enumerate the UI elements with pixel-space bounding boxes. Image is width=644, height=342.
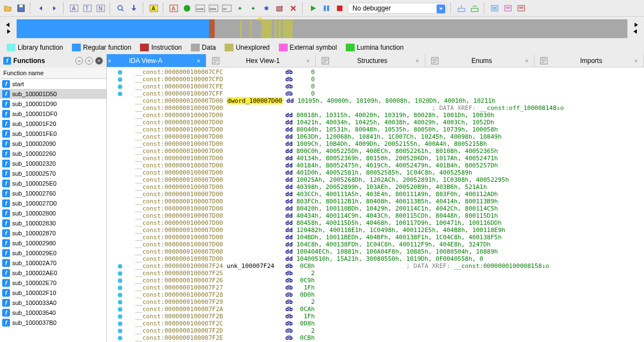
- text-n-icon[interactable]: N: [95, 3, 106, 14]
- function-item[interactable]: fsub_100001D90: [0, 99, 106, 109]
- disasm-line[interactable]: __const:0000000100007F27 db 1Fh: [118, 284, 644, 291]
- list2-icon[interactable]: [502, 3, 513, 14]
- disasm-line[interactable]: __const:0000000100007D00 dd 80040h, 1053…: [118, 126, 644, 133]
- nav-segment[interactable]: [215, 19, 240, 38]
- function-item[interactable]: fsub_1000027D0: [0, 198, 106, 208]
- function-item[interactable]: fsub_100003540: [0, 308, 106, 318]
- disasm-line[interactable]: __const:0000000100007D00 dword_100007D00…: [118, 97, 644, 104]
- nav-segment[interactable]: [293, 19, 627, 38]
- disasm-line[interactable]: __const:0000000100007F2A db 0CAh: [118, 306, 644, 313]
- function-item[interactable]: fsub_100002AE0: [0, 268, 106, 278]
- disasm-line[interactable]: __const:0000000100007F28 db 0D0h: [118, 291, 644, 298]
- disasm-line[interactable]: __const:0000000100007F24 unk_100007F24 d…: [118, 262, 644, 270]
- nav-overview-bar[interactable]: [17, 19, 627, 38]
- disasm-line[interactable]: __const:0000000100007D00 dd 10025Ah, 200…: [118, 176, 644, 183]
- nav-right-icon[interactable]: [4, 29, 12, 35]
- down-arrow-icon[interactable]: [128, 3, 139, 14]
- breakpoint-bullet[interactable]: [118, 264, 122, 269]
- function-item[interactable]: fsub_100002F10: [0, 288, 106, 298]
- function-item[interactable]: fsub_100002760: [0, 188, 106, 198]
- disasm-line[interactable]: __const:0000000100007CFE db 0: [118, 83, 644, 90]
- disasm-line[interactable]: __const:0000000100007CFC db 0: [118, 69, 644, 76]
- text-t-icon[interactable]: T: [82, 3, 93, 14]
- function-item[interactable]: fsub_100001F20: [0, 119, 106, 129]
- function-item[interactable]: fsub_100001D50: [0, 89, 106, 99]
- function-item[interactable]: fsub_100002800: [0, 208, 106, 218]
- open-icon[interactable]: [2, 3, 13, 14]
- tab[interactable]: Structures×: [316, 54, 425, 67]
- step-over-icon[interactable]: [469, 3, 480, 14]
- back-icon[interactable]: [35, 3, 46, 14]
- nav-segment[interactable]: [252, 19, 261, 38]
- breakpoint-bullet[interactable]: [118, 77, 122, 82]
- tab-close-icon[interactable]: ×: [525, 57, 528, 64]
- function-item[interactable]: fsub_100002260: [0, 149, 106, 159]
- tab[interactable]: Imports×: [534, 54, 644, 67]
- function-item[interactable]: fsub_100002570: [0, 169, 106, 178]
- function-item[interactable]: fsub_100002090: [0, 139, 106, 149]
- disassembly-view[interactable]: __const:0000000100007CFC db 0 __const:00…: [107, 67, 644, 342]
- disasm-line[interactable]: __const:0000000100007D00 dd 401D0h, 4005…: [118, 169, 644, 176]
- disasm-line[interactable]: __const:0000000100007D00 dd 1063Dh, 1200…: [118, 133, 644, 140]
- panel-close-icon[interactable]: ×: [95, 57, 103, 65]
- plus1-icon[interactable]: ✦: [235, 3, 246, 14]
- disasm-line[interactable]: __const:0000000100007F29 db 2: [118, 298, 644, 306]
- stop-icon[interactable]: [334, 3, 345, 14]
- disasm-line[interactable]: __const:0000000100007D00 dd 800C0h, 4005…: [118, 148, 644, 155]
- step-into-icon[interactable]: [456, 3, 467, 14]
- nav-right2-icon[interactable]: [632, 22, 640, 29]
- nav-segment[interactable]: [261, 19, 272, 38]
- disasm-line[interactable]: __const:0000000100007F26 db 0C9h: [118, 277, 644, 284]
- disasm-line[interactable]: __const:0000000100007D00 ; DATA XREF: __…: [118, 104, 644, 112]
- disasm-line[interactable]: __const:0000000100007D00 dd 104C8h, 4001…: [118, 241, 644, 248]
- disasm-line[interactable]: __const:0000000100007D00 dd 10421h, 4003…: [118, 119, 644, 126]
- forward-icon[interactable]: [49, 3, 60, 14]
- function-item[interactable]: fsub_1000029E0: [0, 248, 106, 258]
- panel-min-icon[interactable]: –: [75, 57, 83, 65]
- disasm-line[interactable]: __const:0000000100007D00 dd 1009Ch, 10B4…: [118, 140, 644, 148]
- star-icon[interactable]: ✱: [261, 3, 272, 14]
- green-circle-icon[interactable]: [181, 3, 193, 14]
- panel-max-icon[interactable]: ▫: [85, 57, 93, 65]
- disasm-line[interactable]: __const:0000000100007F2E db 0CBh: [118, 334, 644, 341]
- function-item[interactable]: fsub_100002A70: [0, 258, 106, 268]
- disasm-line[interactable]: __const:0000000100007D00 dd 10400510h, 1…: [118, 255, 644, 262]
- tab-close-icon[interactable]: ×: [306, 57, 309, 64]
- highlight-icon[interactable]: A: [148, 3, 159, 14]
- data-icon[interactable]: data: [208, 3, 219, 14]
- pause-icon[interactable]: [321, 3, 332, 14]
- breakpoint-bullet[interactable]: [118, 329, 122, 333]
- tab-close-active[interactable]: ×: [107, 54, 112, 67]
- breakpoint-bullet[interactable]: [118, 322, 122, 326]
- breakpoint-bullet[interactable]: [118, 300, 122, 304]
- disasm-line[interactable]: __const:0000000100007D00 dd 40434h, 4001…: [118, 212, 644, 219]
- tab[interactable]: Enums×: [425, 54, 535, 67]
- list3-icon[interactable]: [516, 3, 527, 14]
- function-item[interactable]: fsub_100001DF0: [0, 109, 106, 119]
- disasm-line[interactable]: __const:0000000100007F2D db 2: [118, 327, 644, 334]
- breakpoint-bullet[interactable]: [118, 92, 122, 96]
- function-item[interactable]: fsub_1000037B0: [0, 318, 106, 328]
- disasm-line[interactable]: __const:0000000100007F2B db 1Fh: [118, 313, 644, 320]
- disasm-line[interactable]: __const:0000000100007CFD db 0: [118, 76, 644, 83]
- breakpoint-bullet[interactable]: [118, 314, 122, 319]
- debugger-select[interactable]: No debugger: [347, 3, 447, 14]
- disasm-line[interactable]: __const:0000000100007D00 dd 120482h, 400…: [118, 227, 644, 234]
- function-item[interactable]: fsub_1000025E0: [0, 178, 106, 188]
- nav-segment[interactable]: [283, 19, 293, 38]
- function-item[interactable]: fsub_100002870: [0, 228, 106, 238]
- disasm-line[interactable]: __const:0000000100007D00 dd 40184h, 8005…: [118, 162, 644, 169]
- code-icon[interactable]: code: [195, 3, 206, 14]
- disasm-line[interactable]: __const:0000000100007D00 dd 403CCh, 4001…: [118, 191, 644, 198]
- breakpoint-bullet[interactable]: [118, 85, 122, 89]
- breakpoint-bullet[interactable]: [118, 293, 122, 297]
- edit-icon[interactable]: [274, 3, 285, 14]
- function-item[interactable]: fsub_1000033A0: [0, 298, 106, 308]
- disasm-line[interactable]: __const:0000000100007D00 dd 80420h, 1001…: [118, 205, 644, 212]
- function-item[interactable]: fsub_100002320: [0, 159, 106, 169]
- disasm-line[interactable]: __const:0000000100007F25 db 2: [118, 270, 644, 277]
- tab-close-icon[interactable]: ×: [635, 57, 638, 64]
- functions-column-header[interactable]: Function name: [0, 67, 106, 79]
- delete-icon[interactable]: [288, 3, 299, 14]
- function-item[interactable]: fsub_100002980: [0, 238, 106, 248]
